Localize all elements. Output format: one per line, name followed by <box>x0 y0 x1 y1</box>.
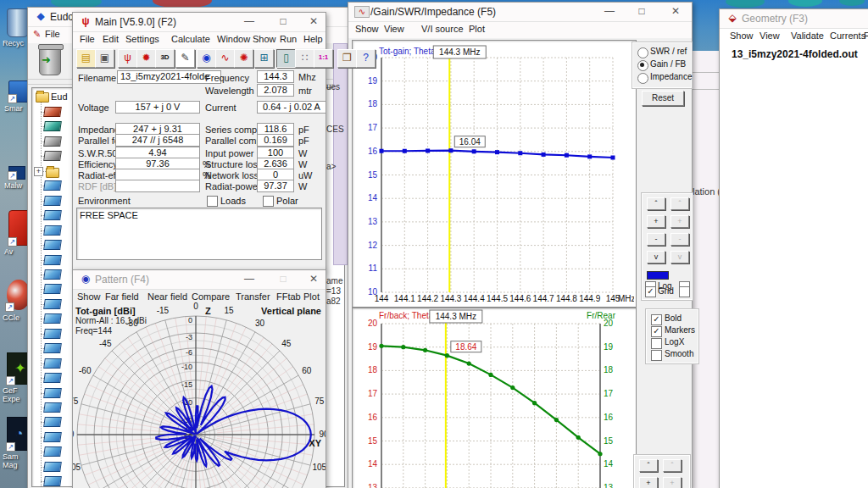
malwarebytes-icon[interactable]: ↗ <box>8 166 25 180</box>
shortcut-arrow-icon: ↗ <box>6 442 15 452</box>
bold-checkbox[interactable]: ✓ <box>651 314 662 325</box>
gain-swr-window: ∿ /Gain/SWR/Impedance (F5) — □ ✕ ShowVie… <box>348 2 693 488</box>
tree-root-folder-icon[interactable] <box>36 92 49 103</box>
menu-item-main-help[interactable]: Help <box>303 34 323 44</box>
close-button[interactable]: ✕ <box>669 3 682 19</box>
menu-item-gain-show[interactable]: Show <box>355 24 379 34</box>
edit-pad-icon[interactable]: ✎ <box>175 49 195 68</box>
menu-item-pattern-plot[interactable]: Plot <box>303 291 320 302</box>
menu-item-main-edit[interactable]: Edit <box>103 34 119 44</box>
help-icon[interactable]: ? <box>356 49 376 68</box>
logx-checkbox[interactable] <box>651 338 662 349</box>
field-value-radiat-power[interactable]: 97.37 <box>257 180 294 192</box>
menu-item-main-window[interactable]: Window <box>217 34 250 44</box>
minimize-button[interactable]: — <box>242 13 256 30</box>
series-color-swatch[interactable] <box>647 271 669 280</box>
grid-checkbox-2[interactable] <box>679 286 690 297</box>
menu-item-main-calculate[interactable]: Calculate <box>171 34 210 44</box>
main-titlebar[interactable]: ψ Main [V5.9.0] (F2) — □ ✕ <box>73 13 326 32</box>
gain-chart[interactable]: 2019181716151413121110144144.1144.2144.3… <box>353 41 634 305</box>
environment-box[interactable]: FREE SPACE <box>76 208 322 260</box>
menu-item-geometry-view[interactable]: View <box>760 30 780 41</box>
calculator-icon[interactable]: ⊞ <box>254 49 274 68</box>
menu-item-pattern-transfer[interactable]: Transfer <box>236 291 270 302</box>
menu-item-geometry-currents[interactable]: Currents <box>830 30 865 41</box>
3d-view-icon[interactable]: 3D <box>155 49 175 68</box>
menu-item-gain-v-i-source[interactable]: V/I source <box>421 24 464 34</box>
recycle-bin-icon[interactable] <box>7 8 29 37</box>
menu-item-geometry-show[interactable]: Show <box>730 30 754 41</box>
frback-chart[interactable]: 20201919181817171616151514141313Fr/back;… <box>353 308 634 488</box>
mailbox-icon <box>43 240 62 250</box>
menu-item-pattern-far-field[interactable]: Far field <box>105 291 139 302</box>
shortcut-arrow-icon: ↗ <box>5 302 14 312</box>
reset-button[interactable]: Reset <box>642 91 684 106</box>
spinner-ˆ-button[interactable]: ˆ <box>639 459 658 472</box>
menu-item-pattern-near-field[interactable]: Near field <box>147 291 187 302</box>
matrix-icon[interactable]: ∷ <box>295 49 314 68</box>
close-button[interactable]: ✕ <box>307 13 320 30</box>
gain-titlebar[interactable]: ∿ /Gain/SWR/Impedance (F5) — □ ✕ <box>348 3 692 22</box>
smooth-checkbox[interactable] <box>651 350 662 361</box>
field-value-parallel-form[interactable]: 247 // j 6548 <box>115 134 200 147</box>
menu-item-main-file[interactable]: File <box>80 34 95 44</box>
field-label-s-w-r-50: S.W.R.50 <box>78 148 117 158</box>
wallpaper-blob <box>726 0 765 8</box>
minimize-button[interactable]: — <box>603 3 616 19</box>
menu-item-gain-view[interactable]: View <box>384 24 404 34</box>
target-icon[interactable]: ◉ <box>197 49 216 68</box>
markers-checkbox[interactable]: ✓ <box>651 326 662 337</box>
menu-item-pattern-show[interactable]: Show <box>77 291 101 302</box>
radio-impedance[interactable] <box>637 73 648 84</box>
pattern-titlebar[interactable]: ◉ Pattern (F4) — □ ✕ <box>73 270 326 290</box>
open-folder-icon[interactable]: ▤ <box>76 49 96 68</box>
radio-swr-ref[interactable] <box>637 47 648 58</box>
minimize-button[interactable]: — <box>242 270 256 287</box>
chart-icon[interactable]: ∿ <box>215 49 235 68</box>
spinner-+-button[interactable]: + <box>639 477 658 488</box>
field-value-rdf-db-[interactable] <box>115 180 200 192</box>
menu-item-geometry-validate[interactable]: Validate <box>791 30 824 41</box>
field-value-current[interactable]: 0.64 - j 0.02 A <box>257 101 326 114</box>
field-value-voltage[interactable]: 157 + j 0 V <box>115 101 200 114</box>
spinner---button[interactable]: - <box>647 233 665 246</box>
tree-root-label[interactable]: Eud <box>51 92 68 102</box>
maximize-button[interactable]: □ <box>276 270 290 287</box>
trash-icon[interactable]: ➜ <box>39 47 61 75</box>
menu-item-main-settings[interactable]: Settings <box>125 34 159 44</box>
close-button[interactable]: ✕ <box>307 270 320 287</box>
data-point <box>426 148 430 152</box>
polar-checkbox[interactable] <box>263 196 274 207</box>
grid-checkbox[interactable]: ✓ <box>645 286 656 297</box>
save-icon[interactable]: ▣ <box>95 49 114 68</box>
spinner-+-button[interactable]: + <box>647 215 665 228</box>
menu-item-pattern-compare[interactable]: Compare <box>192 291 230 302</box>
radiation-pattern-chart[interactable]: -105-90-75-60-45-30-150153045607590105ZX… <box>73 302 326 488</box>
antenna-icon[interactable]: ψ <box>118 49 137 68</box>
book-icon[interactable]: ❐ <box>337 49 357 68</box>
mailbox-icon <box>43 446 62 457</box>
eudora-menu-file[interactable]: File <box>45 29 60 39</box>
menu-item-geometry-f[interactable]: F <box>864 30 868 41</box>
wavelength-input[interactable]: 2.078 <box>257 84 294 97</box>
maximize-button[interactable]: □ <box>635 3 648 19</box>
one-to-one-icon[interactable]: 1:1 <box>314 49 333 68</box>
frequency-input[interactable]: 144.3 <box>257 70 294 83</box>
menu-item-main-run[interactable]: Run <box>280 34 297 44</box>
menu-item-main-show[interactable]: Show <box>253 34 276 44</box>
spinner-ˆ-button-disabled: ˆ <box>670 197 689 210</box>
spinner-v-button[interactable]: v <box>647 251 665 263</box>
tree-expand-icon[interactable]: + <box>34 167 43 176</box>
radio-gain-fb[interactable] <box>637 60 648 71</box>
loads-checkbox[interactable] <box>207 196 218 207</box>
device-active-icon[interactable]: ▯ <box>276 49 296 68</box>
menu-item-pattern-fftab[interactable]: FFtab <box>276 291 301 302</box>
field-value-parallel-comp-[interactable]: 0.169 <box>257 134 294 147</box>
mailbox-icon <box>43 180 62 191</box>
generate-wheel-icon[interactable]: ✹ <box>136 49 156 68</box>
optimize-wheel-icon[interactable]: ✺ <box>234 49 253 68</box>
maximize-button[interactable]: □ <box>276 13 290 30</box>
menu-item-gain-plot[interactable]: Plot <box>469 24 485 34</box>
spinner-ˆ-button[interactable]: ˆ <box>647 197 665 210</box>
geometry-titlebar[interactable]: ⬙ Geometry (F3) <box>720 9 868 29</box>
